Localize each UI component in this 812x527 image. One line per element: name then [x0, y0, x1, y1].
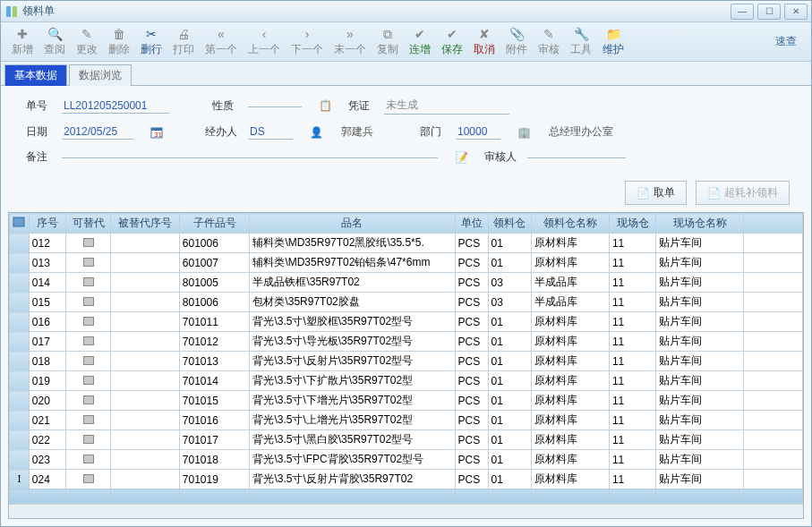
toolbar-审核[interactable]: ✎审核 — [533, 24, 565, 59]
replaceable-checkbox[interactable] — [66, 391, 111, 411]
cell[interactable]: PCS — [455, 273, 488, 293]
replaceable-checkbox[interactable] — [66, 312, 111, 332]
cell[interactable]: 03 — [488, 273, 531, 293]
cell[interactable]: 013 — [29, 253, 65, 273]
cell[interactable]: PCS — [455, 470, 488, 489]
horizontal-scrollbar[interactable] — [9, 504, 803, 518]
cell[interactable]: 辅料类\MD35R97T02铂铝条\47*6mm — [250, 253, 455, 273]
cell[interactable]: 11 — [609, 273, 655, 293]
toolbar-连增[interactable]: ✔连增 — [404, 24, 436, 59]
cell[interactable] — [744, 371, 803, 391]
cell[interactable]: 贴片车间 — [656, 253, 744, 273]
cell[interactable]: 原材料库 — [531, 430, 609, 450]
cell[interactable]: 01 — [488, 332, 531, 352]
cell[interactable]: 贴片车间 — [656, 352, 744, 371]
cell[interactable]: 601007 — [179, 253, 250, 273]
cell[interactable]: 701016 — [179, 411, 250, 430]
cell[interactable]: 015 — [29, 293, 65, 312]
tab-basic-data[interactable]: 基本数据 — [4, 64, 67, 86]
col-header[interactable]: 现场仓名称 — [656, 214, 744, 234]
col-header[interactable]: 领料仓 — [488, 214, 531, 234]
note-icon[interactable]: 📝 — [454, 150, 468, 165]
cell[interactable]: 背光\3.5寸\FPC背胶\35R97T02型号 — [250, 450, 455, 470]
cell[interactable]: 贴片车间 — [656, 273, 744, 293]
replaceable-checkbox[interactable] — [66, 332, 111, 352]
toolbar-附件[interactable]: 📎附件 — [500, 24, 533, 59]
cell[interactable]: 701019 — [179, 470, 250, 489]
cell[interactable]: 辅料类\MD35R97T02黑胶纸\35.5*5. — [250, 234, 455, 253]
cell[interactable] — [111, 312, 179, 332]
col-header[interactable]: 子件品号 — [179, 214, 250, 234]
cell[interactable]: 01 — [488, 391, 531, 411]
table-row[interactable]: 014801005半成品铁框\35R97T02PCS03半成品库11贴片车间 — [10, 273, 803, 293]
cell[interactable]: 11 — [609, 371, 655, 391]
cell[interactable]: 016 — [29, 312, 65, 332]
table-row[interactable]: 016701011背光\3.5寸\塑胶框\35R97T02型号PCS01原材料库… — [10, 312, 803, 332]
cell[interactable]: 01 — [488, 312, 531, 332]
replaceable-checkbox[interactable] — [66, 450, 111, 470]
col-header[interactable]: 可替代 — [66, 214, 111, 234]
cell[interactable]: 701014 — [179, 371, 250, 391]
cell[interactable]: 贴片车间 — [656, 371, 744, 391]
cell[interactable] — [744, 352, 803, 371]
cell[interactable]: 背光\3.5寸\下增光片\35R97T02型 — [250, 391, 455, 411]
cell[interactable]: 01 — [488, 371, 531, 391]
cell[interactable]: 023 — [29, 450, 65, 470]
table-row[interactable]: 020701015背光\3.5寸\下增光片\35R97T02型PCS01原材料库… — [10, 391, 803, 411]
replaceable-checkbox[interactable] — [66, 352, 111, 371]
cell[interactable]: 11 — [609, 391, 655, 411]
cell[interactable]: 701013 — [179, 352, 250, 371]
toolbar-删除[interactable]: 🗑删除 — [103, 24, 135, 59]
cell[interactable] — [10, 253, 30, 273]
field-no[interactable]: LL201205250001 — [62, 98, 169, 114]
cell[interactable]: PCS — [455, 411, 488, 430]
cell[interactable] — [111, 352, 179, 371]
replaceable-checkbox[interactable] — [66, 371, 111, 391]
cell[interactable]: 701011 — [179, 312, 250, 332]
replaceable-checkbox[interactable] — [66, 430, 111, 450]
cell[interactable]: 801005 — [179, 273, 250, 293]
person-icon[interactable]: 👤 — [309, 125, 323, 140]
col-header[interactable]: 单位 — [455, 214, 488, 234]
replaceable-checkbox[interactable] — [66, 273, 111, 293]
cell[interactable]: 01 — [488, 352, 531, 371]
quick-search-link[interactable]: 速查 — [775, 34, 797, 49]
cell[interactable]: 背光\3.5寸\导光板\35R97T02型号 — [250, 332, 455, 352]
cell[interactable]: 背光\3.5寸\黑白胶\35R97T02型号 — [250, 430, 455, 450]
toolbar-维护[interactable]: 📁维护 — [597, 24, 629, 59]
toolbar-打印[interactable]: 🖨打印 — [167, 24, 200, 59]
cell[interactable] — [111, 470, 179, 489]
col-header[interactable]: 品名 — [250, 214, 455, 234]
maximize-button[interactable]: ☐ — [757, 4, 781, 20]
cell[interactable]: 原材料库 — [531, 352, 609, 371]
field-handler-code[interactable]: DS — [248, 124, 293, 140]
cell[interactable] — [10, 312, 30, 332]
row-selector-header[interactable] — [10, 214, 30, 234]
cell[interactable]: 贴片车间 — [656, 411, 744, 430]
cell[interactable]: 801006 — [179, 293, 250, 312]
replaceable-checkbox[interactable] — [66, 253, 111, 273]
toolbar-保存[interactable]: ✔保存 — [436, 24, 468, 59]
cell[interactable]: 01 — [488, 411, 531, 430]
cell[interactable]: 背光\3.5寸\下扩散片\35R97T02型 — [250, 371, 455, 391]
cell[interactable] — [111, 411, 179, 430]
table-row[interactable]: 015801006包材类\35R97T02胶盘PCS03半成品库11贴片车间 — [10, 293, 803, 312]
cell[interactable] — [744, 234, 803, 253]
cell[interactable] — [10, 411, 30, 430]
cell[interactable] — [10, 352, 30, 371]
cell[interactable] — [744, 391, 803, 411]
cell[interactable]: 701015 — [179, 391, 250, 411]
cell[interactable]: 贴片车间 — [656, 470, 744, 489]
cell[interactable]: 半成品库 — [531, 273, 609, 293]
cell[interactable] — [10, 332, 30, 352]
cell[interactable]: 701018 — [179, 450, 250, 470]
cell[interactable]: 背光\3.5寸\反射片\35R97T02型号 — [250, 352, 455, 371]
cell[interactable]: 01 — [488, 253, 531, 273]
table-row[interactable]: 023701018背光\3.5寸\FPC背胶\35R97T02型号PCS01原材… — [10, 450, 803, 470]
cell[interactable] — [744, 450, 803, 470]
cell[interactable]: 贴片车间 — [656, 450, 744, 470]
cell[interactable] — [111, 332, 179, 352]
field-date[interactable]: 2012/05/25 — [62, 124, 133, 140]
cell[interactable]: 贴片车间 — [656, 430, 744, 450]
cell[interactable]: 601006 — [179, 234, 250, 253]
